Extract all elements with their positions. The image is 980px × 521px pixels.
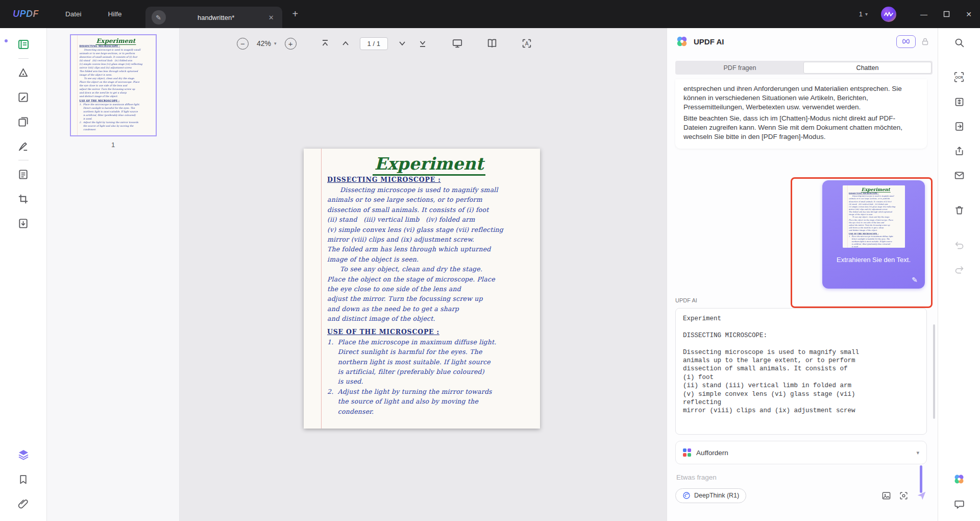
thumbnail-panel: Experiment DISSECTING MICROSCOPE : Disse… xyxy=(47,28,180,521)
minimize-button[interactable]: — xyxy=(913,0,935,28)
previous-page-button[interactable] xyxy=(339,37,352,50)
doc-heading-dissecting: DISSECTING MICROSCOPE : xyxy=(849,193,902,195)
last-page-button[interactable] xyxy=(416,37,429,50)
doc-title: Experiment xyxy=(849,187,902,192)
screenshot-icon[interactable] xyxy=(899,491,909,501)
infinity-icon xyxy=(901,38,911,44)
prompt-selector[interactable]: Auffordern ▾ xyxy=(675,441,927,464)
prompt-grid-icon xyxy=(683,448,691,457)
crop-icon xyxy=(17,193,29,205)
user-message-thumbnail: Experiment DISSECTING MICROSCOPE : Disse… xyxy=(843,185,905,248)
user-avatar[interactable] xyxy=(881,7,896,22)
search-icon xyxy=(954,37,965,48)
paperclip-icon xyxy=(18,499,29,509)
lock-icon[interactable] xyxy=(921,37,929,46)
edit-pdf-tool-button[interactable] xyxy=(12,85,35,109)
send-icon[interactable] xyxy=(916,490,927,501)
reader-mode-button[interactable] xyxy=(12,32,35,57)
tab-count-dropdown[interactable]: 1 ▾ xyxy=(859,10,868,18)
fill-sign-tool-button[interactable] xyxy=(12,134,35,158)
deepthink-icon xyxy=(682,491,691,500)
chat-input[interactable] xyxy=(676,470,891,484)
page-thumbnail[interactable]: Experiment DISSECTING MICROSCOPE : Disse… xyxy=(70,34,157,136)
doc-heading-use: USE OF THE MICROSCOPE : xyxy=(849,232,902,234)
doc-title-text: Experiment xyxy=(373,154,486,176)
unlimited-mode-toggle[interactable] xyxy=(896,35,916,48)
comment-tool-button[interactable] xyxy=(12,60,35,85)
doc-paragraph-2: 1. Place the microscope in maximum diffu… xyxy=(849,235,902,248)
doc-title-text: Experiment xyxy=(95,37,136,45)
page-thumbnail-content: Experiment DISSECTING MICROSCOPE : Disse… xyxy=(71,35,156,135)
document-tab[interactable]: ✎ handwritten* ✕ xyxy=(145,7,282,28)
zoom-in-button[interactable]: + xyxy=(285,38,297,50)
updf-ai-button[interactable] xyxy=(948,467,970,491)
close-window-button[interactable]: ✕ xyxy=(958,0,980,28)
zoom-level-dropdown[interactable]: 42% ▾ xyxy=(257,39,277,48)
tab-close-icon[interactable]: ✕ xyxy=(266,13,276,22)
export-page-button[interactable] xyxy=(948,114,970,138)
updf-app-window: UPDF Datei Hilfe ✎ handwritten* ✕ + 1 ▾ … xyxy=(0,0,980,521)
ocr-button[interactable]: OCR xyxy=(948,65,970,89)
ocr-icon: OCR xyxy=(952,70,966,84)
text-recognition-icon: A xyxy=(521,38,532,49)
new-tab-button[interactable]: + xyxy=(289,8,302,20)
chat-input-icons xyxy=(881,490,927,501)
prompt-selector-label: Auffordern xyxy=(696,449,911,457)
edit-prompt-icon[interactable]: ✎ xyxy=(912,276,918,284)
doc-heading-dissecting: DISSECTING MICROSCOPE : xyxy=(327,176,531,183)
assistant-message-para2: Bitte beachten Sie, dass ich im [Chatten… xyxy=(683,114,919,141)
pdf-page[interactable]: Experiment DISSECTING MICROSCOPE : Disse… xyxy=(304,149,540,429)
convert-tool-button[interactable] xyxy=(12,162,35,186)
user-message-card[interactable]: Experiment DISSECTING MICROSCOPE : Disse… xyxy=(822,180,925,289)
bookmark-panel-button[interactable] xyxy=(12,467,35,491)
tab-count-value: 1 xyxy=(859,10,863,18)
crop-tool-button[interactable] xyxy=(12,186,35,211)
reading-mode-button[interactable] xyxy=(486,37,498,50)
page-number-input[interactable]: 1 / 1 xyxy=(360,37,388,50)
doc-heading-use: USE OF THE MICROSCOPE : xyxy=(327,328,531,336)
tab-pdf-fragen[interactable]: PDF fragen xyxy=(676,62,803,74)
layers-panel-button[interactable] xyxy=(12,442,35,467)
extract-page-tool-button[interactable] xyxy=(12,211,35,235)
attachment-panel-button[interactable] xyxy=(12,491,35,516)
text-recognition-button[interactable]: A xyxy=(521,37,533,50)
tab-chatten[interactable]: Chatten xyxy=(803,62,932,74)
ai-sender-label: UPDF AI xyxy=(675,297,697,303)
doc-heading-use: USE OF THE MICROSCOPE : xyxy=(79,100,152,102)
export-page-icon xyxy=(954,121,965,132)
undo-button[interactable] xyxy=(948,232,970,257)
delete-button[interactable] xyxy=(948,198,970,222)
organize-pages-icon xyxy=(17,116,29,128)
presentation-mode-button[interactable] xyxy=(451,37,463,50)
mail-icon xyxy=(954,170,965,181)
assistant-message-para1: entsprechen und ihren Anforderungen und … xyxy=(683,84,919,111)
maximize-button[interactable] xyxy=(935,0,958,28)
fill-sign-icon xyxy=(17,140,29,152)
comment-tool-icon xyxy=(17,67,29,79)
email-button[interactable] xyxy=(948,163,970,187)
menu-datei[interactable]: Datei xyxy=(65,10,82,18)
menu-hilfe[interactable]: Hilfe xyxy=(108,10,122,18)
compress-button[interactable] xyxy=(948,89,970,114)
chevron-down-icon: ▾ xyxy=(916,449,919,456)
doc-paragraph-2: 1. Place the microscope in maximum diffu… xyxy=(79,103,152,131)
next-page-button[interactable] xyxy=(396,37,408,50)
tab-title: handwritten* xyxy=(166,14,266,21)
redo-button[interactable] xyxy=(948,257,970,281)
search-button[interactable] xyxy=(948,30,970,55)
comment-panel-button[interactable] xyxy=(948,491,970,516)
chevron-down-icon: ▾ xyxy=(274,41,277,46)
user-prompt-text: Extrahieren Sie den Text. xyxy=(822,256,925,264)
doc-title: Experiment xyxy=(327,154,531,174)
first-page-button[interactable] xyxy=(319,37,331,50)
deepthink-toggle-button[interactable]: DeepThink (R1) xyxy=(675,488,746,503)
ai-mode-tabs: PDF fragen Chatten xyxy=(675,61,933,75)
chat-scrollbar[interactable] xyxy=(933,324,935,419)
organize-pages-tool-button[interactable] xyxy=(12,109,35,134)
maximize-icon xyxy=(943,11,950,17)
zoom-out-button[interactable]: − xyxy=(237,38,249,50)
insert-image-icon[interactable] xyxy=(881,491,891,501)
share-button[interactable] xyxy=(948,138,970,163)
ai-response-card[interactable]: Experiment DISSECTING MICROSCOPE: Dissec… xyxy=(675,308,927,435)
doc-paragraph-1: Dissecting microscope is used to magnify… xyxy=(849,195,902,232)
